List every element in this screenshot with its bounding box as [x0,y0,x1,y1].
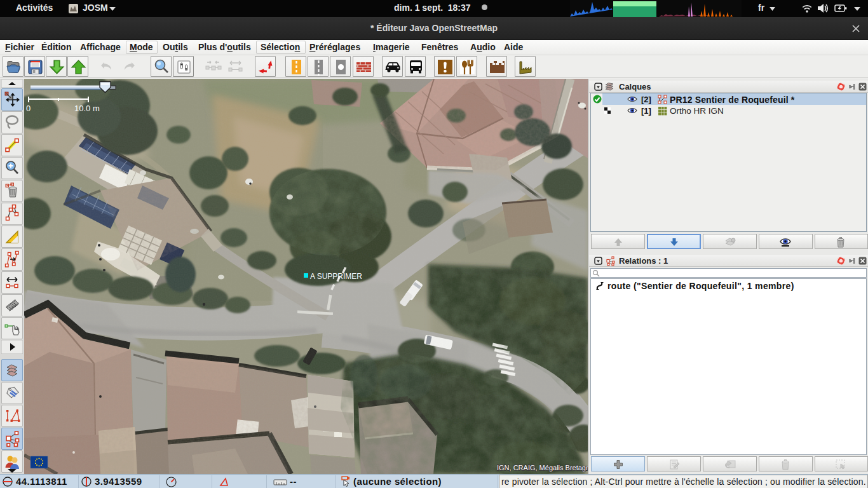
svg-text:0: 0 [26,104,31,113]
svg-text:10.0 m: 10.0 m [74,104,100,113]
svg-text:A SUPPRIMER: A SUPPRIMER [310,272,362,281]
svg-text:IGN, CRAIG, Mégalis Bretagne: IGN, CRAIG, Mégalis Bretagne [497,464,588,471]
